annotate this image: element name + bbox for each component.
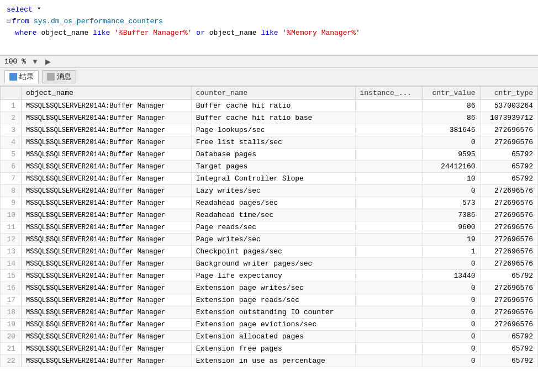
cell-cntr-type: 65792: [480, 343, 537, 355]
cell-counter-name: Extension page reads/sec: [191, 294, 355, 306]
cell-row-num: 9: [1, 197, 22, 209]
table-row: 18MSSQL$SQLSERVER2014A:Buffer ManagerExt…: [1, 306, 538, 319]
cell-instance: [355, 294, 423, 306]
table-row: 3MSSQL$SQLSERVER2014A:Buffer ManagerPage…: [1, 124, 538, 136]
cell-cntr-value: 10: [423, 173, 480, 185]
cell-counter-name: Buffer cache hit ratio base: [191, 112, 355, 124]
col-header-instance[interactable]: instance_...: [355, 87, 423, 100]
cell-row-num: 6: [1, 161, 22, 173]
cell-cntr-value: 0: [423, 355, 480, 367]
cell-row-num: 17: [1, 294, 22, 306]
table-row: 4MSSQL$SQLSERVER2014A:Buffer ManagerFree…: [1, 136, 538, 149]
cell-row-num: 18: [1, 306, 22, 319]
cell-object-name: MSSQL$SQLSERVER2014A:Buffer Manager: [22, 234, 192, 246]
tab-messages[interactable]: 消息: [42, 70, 76, 83]
table-row: 11MSSQL$SQLSERVER2014A:Buffer ManagerPag…: [1, 221, 538, 234]
cell-object-name: MSSQL$SQLSERVER2014A:Buffer Manager: [22, 161, 192, 173]
cell-instance: [355, 319, 423, 331]
cell-counter-name: Checkpoint pages/sec: [191, 246, 355, 258]
table-row: 10MSSQL$SQLSERVER2014A:Buffer ManagerRea…: [1, 209, 538, 221]
cell-cntr-type: 537003264: [480, 100, 537, 112]
table-row: 21MSSQL$SQLSERVER2014A:Buffer ManagerExt…: [1, 343, 538, 355]
cell-instance: [355, 209, 423, 221]
sql-line-1: select *: [7, 4, 531, 16]
table-header-row: object_name counter_name instance_... cn…: [1, 87, 538, 100]
cell-object-name: MSSQL$SQLSERVER2014A:Buffer Manager: [22, 306, 192, 319]
cell-object-name: MSSQL$SQLSERVER2014A:Buffer Manager: [22, 331, 192, 343]
cell-object-name: MSSQL$SQLSERVER2014A:Buffer Manager: [22, 136, 192, 149]
cell-row-num: 8: [1, 185, 22, 197]
cell-row-num: 2: [1, 112, 22, 124]
tab-results[interactable]: 结果: [4, 70, 39, 83]
cell-cntr-value: 1: [423, 246, 480, 258]
cell-row-num: 10: [1, 209, 22, 221]
table-row: 19MSSQL$SQLSERVER2014A:Buffer ManagerExt…: [1, 319, 538, 331]
sql-line-3: where object_name like '%Buffer Manager%…: [7, 28, 531, 39]
cell-cntr-type: 65792: [480, 149, 537, 161]
cell-instance: [355, 112, 423, 124]
cell-counter-name: Integral Controller Slope: [191, 173, 355, 185]
table-row: 5MSSQL$SQLSERVER2014A:Buffer ManagerData…: [1, 149, 538, 161]
cell-instance: [355, 136, 423, 149]
cell-counter-name: Page writes/sec: [191, 234, 355, 246]
cell-counter-name: Background writer pages/sec: [191, 258, 355, 270]
cell-cntr-type: 65792: [480, 270, 537, 282]
cell-row-num: 5: [1, 149, 22, 161]
cell-object-name: MSSQL$SQLSERVER2014A:Buffer Manager: [22, 355, 192, 367]
cell-cntr-type: 65792: [480, 355, 537, 367]
cell-row-num: 22: [1, 355, 22, 367]
results-container[interactable]: object_name counter_name instance_... cn…: [0, 86, 538, 389]
cell-counter-name: Extension page evictions/sec: [191, 319, 355, 331]
zoom-down-button[interactable]: ▼: [30, 57, 40, 66]
table-row: 17MSSQL$SQLSERVER2014A:Buffer ManagerExt…: [1, 294, 538, 306]
cell-cntr-value: 573: [423, 197, 480, 209]
cell-row-num: 19: [1, 319, 22, 331]
cell-row-num: 16: [1, 282, 22, 294]
cell-cntr-value: 86: [423, 112, 480, 124]
cell-counter-name: Free list stalls/sec: [191, 136, 355, 149]
cell-row-num: 21: [1, 343, 22, 355]
col-header-rownum: [1, 87, 22, 100]
cell-object-name: MSSQL$SQLSERVER2014A:Buffer Manager: [22, 221, 192, 234]
cell-object-name: MSSQL$SQLSERVER2014A:Buffer Manager: [22, 149, 192, 161]
cell-cntr-value: 0: [423, 319, 480, 331]
col-header-object-name[interactable]: object_name: [22, 87, 192, 100]
messages-icon: [47, 73, 55, 81]
cell-row-num: 4: [1, 136, 22, 149]
cell-instance: [355, 173, 423, 185]
col-header-cntr-value[interactable]: cntr_value: [423, 87, 480, 100]
cell-row-num: 20: [1, 331, 22, 343]
cell-counter-name: Extension in use as percentage: [191, 355, 355, 367]
zoom-right-button[interactable]: ▶: [44, 57, 52, 66]
cell-counter-name: Extension free pages: [191, 343, 355, 355]
cell-cntr-value: 0: [423, 343, 480, 355]
col-header-counter-name[interactable]: counter_name: [191, 87, 355, 100]
sql-editor[interactable]: select * ⊟ from sys.dm_os_performance_co…: [0, 0, 538, 55]
cell-row-num: 14: [1, 258, 22, 270]
cell-row-num: 15: [1, 270, 22, 282]
cell-cntr-value: 19: [423, 234, 480, 246]
cell-cntr-type: 272696576: [480, 185, 537, 197]
cell-cntr-value: 0: [423, 136, 480, 149]
zoom-level: 100 %: [4, 57, 26, 66]
cell-cntr-value: 0: [423, 258, 480, 270]
cell-cntr-type: 272696576: [480, 234, 537, 246]
cell-instance: [355, 100, 423, 112]
cell-counter-name: Database pages: [191, 149, 355, 161]
cell-counter-name: Extension allocated pages: [191, 331, 355, 343]
cell-object-name: MSSQL$SQLSERVER2014A:Buffer Manager: [22, 294, 192, 306]
cell-instance: [355, 221, 423, 234]
cell-row-num: 3: [1, 124, 22, 136]
table-row: 20MSSQL$SQLSERVER2014A:Buffer ManagerExt…: [1, 331, 538, 343]
cell-cntr-type: 272696576: [480, 197, 537, 209]
cell-instance: [355, 234, 423, 246]
col-header-cntr-type[interactable]: cntr_type: [480, 87, 537, 100]
table-row: 2MSSQL$SQLSERVER2014A:Buffer ManagerBuff…: [1, 112, 538, 124]
cell-counter-name: Extension page writes/sec: [191, 282, 355, 294]
cell-instance: [355, 282, 423, 294]
table-row: 1MSSQL$SQLSERVER2014A:Buffer ManagerBuff…: [1, 100, 538, 112]
table-row: 9MSSQL$SQLSERVER2014A:Buffer ManagerRead…: [1, 197, 538, 209]
cell-object-name: MSSQL$SQLSERVER2014A:Buffer Manager: [22, 100, 192, 112]
cell-cntr-type: 272696576: [480, 294, 537, 306]
cell-object-name: MSSQL$SQLSERVER2014A:Buffer Manager: [22, 209, 192, 221]
